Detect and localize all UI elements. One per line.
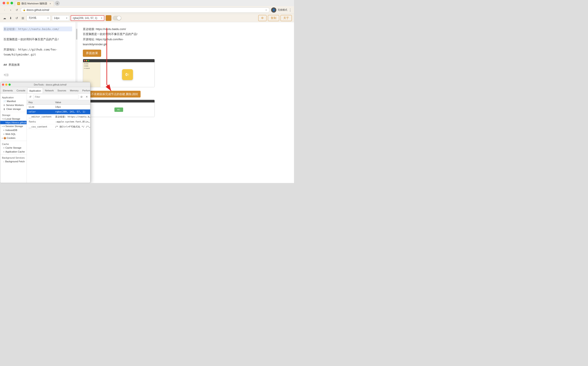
table-row[interactable]: __editor_content 直达链接: https://naotu.bai… xyxy=(27,114,90,120)
tab-sources[interactable]: Sources xyxy=(56,88,68,93)
upload-icon[interactable]: ☁ xyxy=(2,16,7,20)
filter-input[interactable] xyxy=(33,94,79,99)
dt-divider-1 xyxy=(0,112,27,112)
font-size-select[interactable]: 14px ▾ xyxy=(52,15,69,21)
sidebar-item-service-workers[interactable]: ⚙ Service Workers xyxy=(0,103,27,107)
tab-application[interactable]: Application xyxy=(27,88,43,93)
sidebar-item-indexeddb[interactable]: ≡ IndexedDB xyxy=(0,128,27,132)
sidebar-item-local-storage[interactable]: ▾ ≡ Local Storage xyxy=(0,117,27,121)
color-picker-box[interactable]: rgba(209, 141, 57, 1) ▾ xyxy=(71,15,104,21)
address-text: doocs.github.io/md/ xyxy=(27,8,265,12)
color-swatch-button[interactable] xyxy=(106,15,111,21)
preview-caption-1: 可以不依赖鼠标完成节点的创建,删除,跳转 xyxy=(83,91,289,98)
img-mockup-content: 直达链接... 百度脑图... ## 界面效果 0↑ xyxy=(83,62,155,87)
theme-toggle-thumb xyxy=(117,16,121,20)
theme-toggle[interactable] xyxy=(113,16,121,20)
sidebar-item-application-cache[interactable]: ≡ Application Cache xyxy=(0,150,27,154)
table-row-selected[interactable]: color rgba(209, 141, 57, 1) xyxy=(27,109,90,114)
table-row[interactable]: size 14px xyxy=(27,105,90,109)
dt-reload-icon[interactable]: ↺ xyxy=(28,95,32,99)
about-button[interactable]: 关于 xyxy=(280,15,292,21)
color-picker-caret: ▾ xyxy=(101,17,102,19)
background-fetch-icon: ↕ xyxy=(3,160,4,163)
editor-toolbar: ☁ ⬇ ↺ ⊞ 无衬线 ▾ 14px ▾ rgba(209, 141, 57, … xyxy=(0,14,294,22)
cookies-expand[interactable]: ▸ xyxy=(2,137,3,139)
preview-caption-text: 可以不依赖鼠标完成节点的创建,删除,跳转 xyxy=(85,92,138,96)
img2-toolbar xyxy=(83,100,155,102)
tab-active[interactable]: W 微信 Markdown 编辑器 ✕ xyxy=(15,1,54,6)
img-mockup-toolbar xyxy=(83,59,155,62)
dt-close[interactable] xyxy=(2,84,4,86)
col-key: Key xyxy=(27,100,53,105)
preview-line-1: 直达链接: https://naotu.baidu.com/ xyxy=(83,27,289,31)
new-tab-button[interactable]: + xyxy=(55,1,60,6)
tab-memory[interactable]: Memory xyxy=(68,88,80,93)
forward-button[interactable]: › xyxy=(8,8,13,12)
devtools-tabs: Elements Console Application Network Sou… xyxy=(0,87,90,94)
row-value-editor-content: 直达链接: https://naotu.baidu.com/ 百度脑图是一款好用… xyxy=(53,114,90,120)
nav-bar: ‹ › ↺ 🔒 doocs.github.io/md/ ★ 👤 无痕模式 ⋮ xyxy=(0,6,294,14)
filter-clear-icon[interactable]: ⊘ xyxy=(79,95,84,99)
sidebar-item-session-storage[interactable]: ▸ ≡ Session Storage xyxy=(0,124,27,128)
dt-section-bg-services: Background Services xyxy=(0,156,27,160)
preview-heading-box: 界面效果 xyxy=(83,50,289,57)
cache-storage-icon: ≡ xyxy=(3,147,5,149)
reload-button[interactable]: ↺ xyxy=(14,8,19,12)
sidebar-item-cookies[interactable]: ▸ 🍪 Cookies xyxy=(0,136,27,140)
user-avatar[interactable]: 👤 xyxy=(271,8,276,13)
sidebar-item-local-storage-origin[interactable]: https://doocs.github.io xyxy=(0,121,27,124)
font-family-select[interactable]: 无衬线 ▾ xyxy=(27,15,51,21)
tab-bar: W 微信 Markdown 编辑器 ✕ + xyxy=(15,0,291,6)
back-button[interactable]: ‹ xyxy=(2,8,7,12)
grid-icon[interactable]: ⊞ xyxy=(21,16,25,20)
refresh-icon[interactable]: ↺ xyxy=(14,16,19,20)
indexeddb-icon: ≡ xyxy=(3,129,5,131)
row-key-fonts: fonts xyxy=(27,120,53,124)
tab-performance[interactable]: Performance xyxy=(80,88,90,93)
editor-content: 直达链接: https://naotu.baidu.com/ 百度脑图是一款好用… xyxy=(3,27,72,77)
tab-elements[interactable]: Elements xyxy=(1,88,15,93)
tab-close-icon[interactable]: ✕ xyxy=(49,2,52,5)
bookmark-icon[interactable]: ★ xyxy=(265,8,267,12)
tab-console[interactable]: Console xyxy=(15,88,27,93)
session-storage-icon: ≡ xyxy=(3,125,5,128)
dt-minimize[interactable] xyxy=(5,84,8,86)
sidebar-item-clear-storage[interactable]: 🗑 Clear storage xyxy=(0,107,27,111)
dt-section-cache: Cache xyxy=(0,142,27,146)
user-label: 无痕模式 xyxy=(278,8,287,12)
local-storage-expand[interactable]: ▾ xyxy=(2,118,3,120)
session-storage-expand[interactable]: ▸ xyxy=(2,125,3,127)
settings-icon: ⚙ xyxy=(261,16,264,20)
preview-image-2: 确认 xyxy=(83,100,155,117)
preview-line-2: 百度脑图是一款好用到不像百度产品的产品! xyxy=(83,31,289,37)
devtools-body: Application 📄 Manifest ⚙ Service Workers… xyxy=(0,94,90,183)
title-bar: W 微信 Markdown 编辑器 ✕ + xyxy=(0,0,294,6)
font-family-value: 无衬线 xyxy=(29,16,36,20)
preview-image-1: 直达链接... 百度脑图... ## 界面效果 0↑ xyxy=(83,59,155,87)
font-size-value: 14px xyxy=(54,16,59,20)
filter-close-icon[interactable]: ✕ xyxy=(85,95,89,99)
dt-divider-2 xyxy=(0,141,27,141)
traffic-light-minimize[interactable] xyxy=(7,2,9,4)
settings-button[interactable]: ⚙ xyxy=(258,15,267,21)
sidebar-item-web-sql[interactable]: ≡ Web SQL xyxy=(0,132,27,136)
tab-network[interactable]: Network xyxy=(43,88,55,93)
table-row[interactable]: fonts -apple-system-font,BlinkMacSystemF… xyxy=(27,120,90,124)
sidebar-item-manifest[interactable]: 📄 Manifest xyxy=(0,99,27,103)
devtools-window: DevTools - doocs.github.io/md/ Elements … xyxy=(0,82,90,183)
traffic-light-close[interactable] xyxy=(3,2,5,4)
table-header: Key Value xyxy=(27,100,90,105)
table-row[interactable]: __css_content /* 按Ctrl+F可格式化 */ /* 一级标题样… xyxy=(27,124,90,130)
cookies-icon: 🍪 xyxy=(3,137,6,139)
traffic-light-maximize[interactable] xyxy=(10,2,13,4)
devtools-title: DevTools - doocs.github.io/md/ xyxy=(12,83,88,86)
preview-heading-text: 界面效果 xyxy=(86,51,98,55)
dt-maximize[interactable] xyxy=(8,84,11,86)
copy-button[interactable]: 复制 xyxy=(268,15,279,21)
sidebar-item-cache-storage[interactable]: ≡ Cache Storage xyxy=(0,146,27,150)
sidebar-item-background-fetch[interactable]: ↕ Background Fetch xyxy=(0,160,27,163)
menu-button[interactable]: ⋮ xyxy=(289,8,292,12)
download-icon[interactable]: ⬇ xyxy=(8,16,13,20)
address-bar[interactable]: 🔒 doocs.github.io/md/ ★ xyxy=(21,8,270,13)
browser-window: W 微信 Markdown 编辑器 ✕ + ‹ › ↺ 🔒 doocs.gith… xyxy=(0,0,294,183)
